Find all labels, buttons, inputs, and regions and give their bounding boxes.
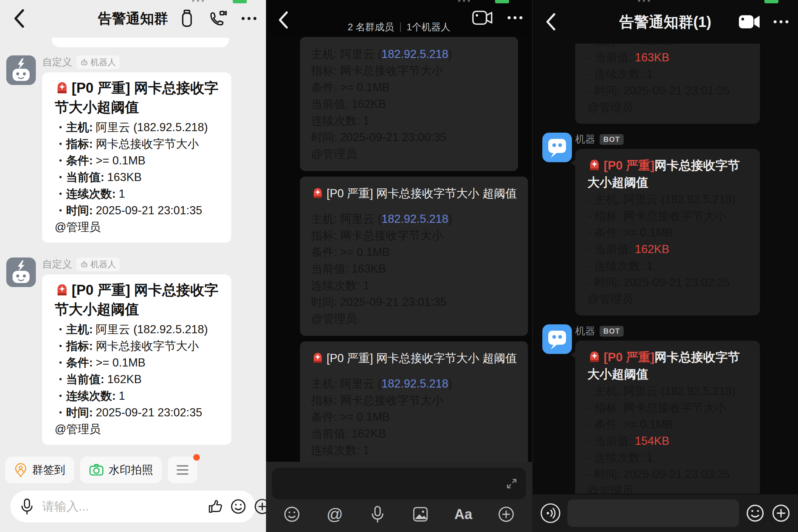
- alert-card: [P0 严重] 网卡总接收字节大小超阈值 ・主机:阿里云 (182.92.5.2…: [42, 274, 231, 445]
- plus-circle-icon: [498, 506, 515, 523]
- alert-field: ・当前值:162KB: [55, 371, 219, 388]
- alert-field: 当前值:163KB: [311, 260, 517, 277]
- alert-field: 连续次数:1: [311, 442, 517, 458]
- ip-link[interactable]: 182.92.5.218: [382, 48, 449, 61]
- bot-count: 1个机器人: [407, 21, 450, 34]
- ip-link[interactable]: 182.92.5.218: [382, 212, 449, 225]
- bot-avatar[interactable]: [542, 324, 572, 354]
- robot-badge: 机器人: [76, 258, 120, 271]
- watermark-camera-button[interactable]: 水印拍照: [80, 457, 162, 483]
- voice-wave-icon: [540, 503, 561, 524]
- robot-badge-icon: [80, 260, 88, 268]
- attach-button[interactable]: [254, 498, 266, 515]
- bubble-tail: [571, 159, 576, 167]
- text-input[interactable]: [272, 468, 526, 499]
- chat-panel-dark-wechat: 告警通知群(1) - 条件:>= 0.1MB - 当前值:163KB - 连续次…: [532, 0, 798, 532]
- battery-icon: [764, 0, 778, 3]
- more-button[interactable]: [774, 20, 788, 23]
- mic-button[interactable]: [368, 505, 387, 523]
- previous-message-remnant: [52, 38, 229, 47]
- group-signin-button[interactable]: 群签到: [5, 457, 74, 483]
- thumbs-up-button[interactable]: [207, 499, 223, 514]
- mention-admin: @管理员: [55, 421, 219, 437]
- more-attach-button[interactable]: [497, 506, 516, 523]
- alert-field: - 连续次数:1: [587, 66, 748, 82]
- alert-bubble: [P0 严重]网卡总接收字节大小超阈值 - 主机:阿里云 (182.92.5.2…: [575, 341, 760, 494]
- camera-icon: [89, 463, 104, 477]
- ip-link[interactable]: 182.92.5.218: [382, 377, 449, 390]
- mic-icon: [370, 505, 385, 523]
- mic-icon: [20, 498, 34, 515]
- bot-badge: BOT: [600, 326, 624, 337]
- alert-field: 主机:阿里云 (182.92.5.218): [311, 46, 507, 62]
- robot-avatar-icon: [6, 258, 36, 287]
- flask-tool-button[interactable]: [180, 9, 194, 28]
- alert-field: 指标:网卡总接收字节大小: [311, 392, 517, 409]
- text-input[interactable]: [41, 499, 200, 514]
- alert-field: 条件:>= 0.1MB: [311, 244, 517, 260]
- member-count: 2 名群成员: [348, 21, 394, 34]
- alert-title: [P0 严重]网卡总接收字节大小超阈值: [587, 157, 748, 191]
- input-area: [533, 494, 798, 532]
- video-call-button[interactable]: [739, 14, 760, 29]
- bubble-tail: [571, 351, 576, 358]
- emoji-button[interactable]: [746, 504, 765, 523]
- emoji-button[interactable]: [282, 506, 301, 523]
- alert-bubble: [P0 严重] 网卡总接收字节大小 超阈值 主机:阿里云 (182.92.5.2…: [300, 177, 528, 336]
- text-input[interactable]: [567, 499, 739, 527]
- video-call-button[interactable]: [472, 10, 493, 26]
- quick-actions: 群签到 水印拍照: [5, 457, 197, 483]
- alert-title: [P0 严重]网卡总接收字节大小超阈值: [587, 349, 748, 383]
- alert-bubble: [P0 严重] 网卡总接收字节大小 超阈值 主机:阿里云 (182.92.5.2…: [300, 341, 528, 462]
- text-format-button[interactable]: Aa: [454, 507, 473, 522]
- image-button[interactable]: [411, 506, 430, 523]
- alert-field: 主机:阿里云 (182.92.5.218): [311, 211, 517, 227]
- alert-field: - 连续次数:1: [587, 258, 748, 274]
- alert-field: ・当前值:163KB: [55, 169, 219, 185]
- voice-video-call-button[interactable]: [208, 9, 228, 28]
- emoji-button[interactable]: [230, 498, 246, 515]
- thumbs-up-icon: [207, 499, 223, 514]
- bot-avatar[interactable]: [542, 133, 572, 162]
- mic-button[interactable]: [20, 498, 34, 515]
- siren-icon: [587, 349, 601, 364]
- alert-field: ・指标:网卡总接收字节大小: [55, 338, 219, 354]
- input-area: @ Aa: [266, 462, 532, 532]
- bot-avatar[interactable]: [6, 55, 36, 85]
- more-tools-button[interactable]: [168, 457, 197, 483]
- bot-avatar[interactable]: [6, 258, 36, 287]
- alert-card: [P0 严重] 网卡总接收字节大小超阈值 ・主机:阿里云 (182.92.5.2…: [42, 72, 231, 243]
- robot-avatar-icon: [6, 55, 36, 85]
- divider: [400, 23, 401, 32]
- mention-admin: @管理员: [311, 310, 517, 327]
- video-call-phone-icon: [208, 9, 228, 28]
- mention-button[interactable]: @: [325, 506, 344, 522]
- status-dots-icon: [458, 0, 470, 2]
- chat-header: 告警通知群(1): [533, 0, 798, 44]
- voice-message-button[interactable]: [540, 503, 561, 524]
- chevron-left-icon: [545, 12, 556, 31]
- alert-title: [P0 严重] 网卡总接收字节大小 超阈值: [311, 350, 517, 366]
- attach-button[interactable]: [771, 504, 791, 523]
- back-button[interactable]: [545, 12, 556, 31]
- alert-title: [P0 严重] 网卡总接收字节大小超阈值: [55, 280, 219, 319]
- bot-message: 自定义 机器人 [P0 严重] 网卡总接收字节大小超阈值 ・主机:阿里云 (18…: [0, 258, 266, 445]
- back-button[interactable]: [13, 8, 25, 29]
- alert-field: 当前值:162KB: [311, 96, 507, 112]
- battery-icon: [495, 0, 509, 3]
- alert-field: - 条件:>= 0.1MB: [587, 416, 748, 433]
- location-person-icon: [14, 462, 27, 478]
- alert-field: - 主机:阿里云 (182.92.5.218): [587, 383, 748, 399]
- mention-admin: @管理员: [55, 219, 219, 235]
- chat-panel-dark-dingtalk: 2 名群成员 1个机器人 主机:阿里云 (182.92.5.218) 指标:网卡…: [266, 0, 532, 532]
- message-list: 自定义 机器人 [P0 严重] 网卡总接收字节大小超阈值 ・主机:阿里云 (18…: [0, 37, 266, 477]
- more-button[interactable]: [242, 17, 256, 20]
- plus-circle-icon: [254, 498, 266, 515]
- plus-circle-icon: [771, 504, 791, 523]
- expand-arrows-icon: [505, 477, 518, 490]
- alert-field: - 时间:2025-09-21 23:01:35: [587, 82, 748, 99]
- chevron-left-icon: [13, 8, 25, 29]
- message-list: - 条件:>= 0.1MB - 当前值:163KB - 连续次数:1 - 时间:…: [533, 44, 798, 494]
- more-button[interactable]: [508, 16, 522, 19]
- expand-input-button[interactable]: [505, 477, 518, 490]
